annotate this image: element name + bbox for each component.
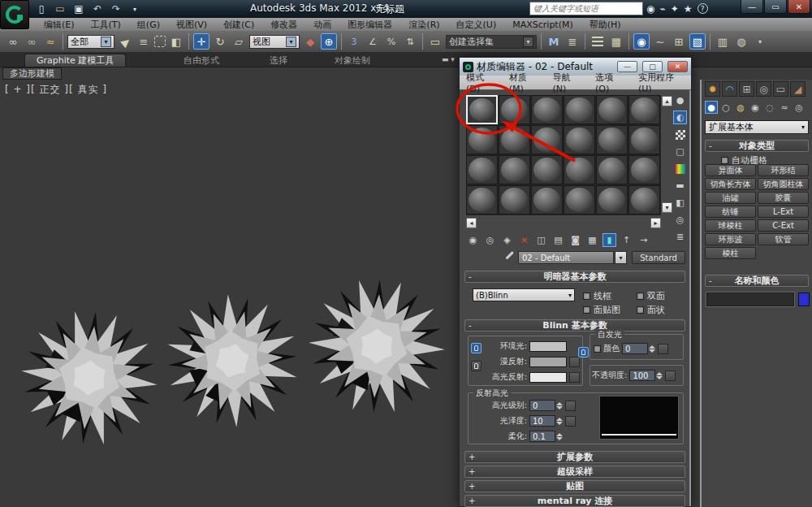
lock-color-maps-icon[interactable] bbox=[578, 347, 589, 358]
ambient-color-swatch[interactable] bbox=[529, 341, 567, 352]
select-and-rotate-icon[interactable]: ↻ bbox=[212, 33, 228, 50]
unlink-selection-icon[interactable]: ∞ bbox=[24, 33, 40, 50]
render-production-icon[interactable]: ◍ bbox=[733, 33, 749, 50]
material-sample-slot[interactable] bbox=[466, 155, 498, 184]
menu-animation[interactable]: 动画 bbox=[305, 19, 339, 31]
ribbon-subtab-polygon-modeling[interactable]: 多边形建模 bbox=[2, 67, 62, 80]
specular-level-map-button[interactable] bbox=[565, 401, 576, 411]
object-name-field[interactable] bbox=[706, 292, 794, 306]
diffuse-map-button[interactable] bbox=[569, 357, 580, 367]
maximize-button[interactable]: ▭ bbox=[764, 0, 787, 14]
render-setup-icon[interactable]: ▧ bbox=[689, 33, 706, 50]
object-type-rollout[interactable]: - 对象类型 bbox=[705, 140, 809, 152]
blinn-basic-params-rollout[interactable]: - Blinn 基本参数 bbox=[464, 319, 685, 332]
ribbon-more-icon[interactable]: ▬ ▾ bbox=[442, 55, 455, 63]
mat-menu-utilities[interactable]: 实用程序(U) bbox=[632, 72, 691, 94]
make-preview-icon[interactable]: ▬ bbox=[673, 179, 687, 193]
category-helpers-icon[interactable]: ◌ bbox=[763, 101, 776, 114]
tab-display-icon[interactable]: ▭ bbox=[773, 81, 788, 97]
material-sample-slot[interactable] bbox=[499, 155, 530, 184]
material-sample-slot[interactable] bbox=[564, 95, 595, 124]
ribbon-tab-object-paint[interactable]: 对象绘制 bbox=[323, 54, 382, 67]
viewport-label[interactable]: [ + ][ 正交 ][ 真实 ] bbox=[5, 83, 107, 97]
background-icon[interactable] bbox=[673, 128, 687, 141]
video-color-check-icon[interactable] bbox=[673, 162, 687, 176]
mirror-icon[interactable]: M bbox=[546, 33, 562, 50]
button-spindle[interactable]: 纺锤 bbox=[705, 206, 756, 218]
menu-graph-editors[interactable]: 图形编辑器 bbox=[339, 19, 400, 31]
mat-menu-modes[interactable]: 模式(D) bbox=[460, 72, 503, 94]
button-c-ext[interactable]: C-Ext bbox=[758, 219, 809, 232]
material-name-dropdown-arrow-icon[interactable]: ▾ bbox=[615, 251, 627, 264]
material-sample-slot[interactable] bbox=[564, 185, 595, 214]
go-to-parent-icon[interactable]: ↑ bbox=[620, 233, 633, 247]
minimize-button[interactable]: — bbox=[741, 0, 763, 14]
glossiness-map-button[interactable] bbox=[565, 416, 576, 427]
autogrid-checkbox[interactable] bbox=[721, 157, 728, 164]
selfillum-color-checkbox[interactable] bbox=[594, 345, 601, 353]
button-hose[interactable]: 软管 bbox=[758, 233, 809, 245]
open-file-icon[interactable]: ▭ bbox=[53, 2, 67, 16]
put-material-to-scene-icon[interactable]: ◎ bbox=[483, 233, 497, 247]
sample-type-icon[interactable]: ● bbox=[673, 93, 687, 107]
select-by-material-icon[interactable]: ◎ bbox=[673, 213, 687, 227]
mat-menu-options[interactable]: 选项(O) bbox=[589, 72, 632, 94]
select-object-icon[interactable]: ▶ bbox=[114, 30, 136, 53]
faceted-checkbox[interactable] bbox=[637, 306, 644, 314]
diffuse-color-swatch[interactable] bbox=[529, 357, 567, 367]
supersampling-rollout[interactable]: +超级采样 bbox=[464, 466, 685, 478]
subscription-wrench-icon[interactable]: ⌁ bbox=[659, 3, 665, 15]
button-gengon[interactable]: 球棱柱 bbox=[705, 219, 756, 232]
selfillum-map-button[interactable] bbox=[658, 344, 668, 354]
select-and-manipulate-icon[interactable]: ⊕ bbox=[321, 33, 337, 50]
soften-spinner[interactable]: 0.1 bbox=[529, 431, 563, 442]
selection-filter-dropdown[interactable]: 全部▾ bbox=[67, 35, 114, 49]
material-editor-icon[interactable]: ◉ bbox=[633, 33, 650, 50]
tab-hierarchy-icon[interactable]: ⊞ bbox=[739, 81, 754, 97]
favorites-star-icon[interactable]: ★ bbox=[684, 3, 693, 15]
menu-modifiers[interactable]: 修改器 bbox=[262, 19, 305, 31]
category-space-warps-icon[interactable]: ≈ bbox=[778, 101, 791, 114]
material-sample-slot[interactable] bbox=[596, 95, 628, 124]
mental-ray-rollout[interactable]: +mental ray 连接 bbox=[464, 495, 685, 507]
shader-type-dropdown[interactable]: (B)Blinn▾ bbox=[473, 288, 575, 301]
align-icon[interactable]: ≣ bbox=[564, 33, 581, 50]
category-shapes-icon[interactable]: ○ bbox=[719, 101, 732, 114]
glossiness-spinner[interactable]: 10 bbox=[529, 415, 563, 427]
material-sample-slot[interactable] bbox=[499, 95, 530, 124]
material-sample-slot[interactable] bbox=[596, 155, 628, 184]
palette-scroll-right-icon[interactable]: ▸ bbox=[650, 218, 661, 228]
options-icon[interactable]: ◧ bbox=[673, 196, 687, 210]
mat-menu-material[interactable]: 材质(M) bbox=[503, 72, 546, 94]
specular-level-spinner[interactable]: 0 bbox=[529, 400, 563, 411]
select-and-scale-icon[interactable]: ▱ bbox=[231, 33, 247, 50]
get-material-icon[interactable]: ◉ bbox=[466, 233, 480, 247]
graphite-ribbon-toggle-icon[interactable]: ▦ bbox=[608, 33, 624, 50]
reference-coordinate-dropdown[interactable]: 视图▾ bbox=[249, 35, 300, 49]
schematic-view-icon[interactable]: ⊞ bbox=[671, 33, 687, 50]
material-sample-slot[interactable] bbox=[628, 155, 660, 184]
material-sample-slot[interactable] bbox=[531, 185, 563, 214]
menu-create[interactable]: 创建(C) bbox=[215, 19, 262, 31]
name-color-rollout[interactable]: - 名称和颜色 bbox=[705, 275, 809, 287]
material-sample-slot-selected[interactable] bbox=[466, 95, 498, 124]
button-capsule[interactable]: 胶囊 bbox=[758, 192, 809, 204]
menu-help[interactable]: 帮助(H) bbox=[581, 19, 629, 31]
material-sample-slot[interactable] bbox=[564, 155, 595, 184]
qat-dropdown-icon[interactable]: ▾ bbox=[127, 2, 142, 16]
material-name-dropdown[interactable]: 02 - Default bbox=[518, 251, 614, 264]
show-end-result-icon[interactable]: ▮ bbox=[603, 233, 616, 247]
material-sample-slot[interactable] bbox=[499, 185, 530, 214]
button-chamfercyl[interactable]: 切角圆柱体 bbox=[758, 178, 809, 190]
button-hedra[interactable]: 异面体 bbox=[705, 164, 756, 176]
button-torus-knot[interactable]: 环形结 bbox=[758, 164, 809, 176]
menu-group[interactable]: 组(G) bbox=[129, 19, 168, 31]
category-cameras-icon[interactable]: ◉ bbox=[749, 101, 762, 114]
assign-material-to-selection-icon[interactable]: ◈ bbox=[500, 233, 514, 247]
category-lights-icon[interactable]: ◍ bbox=[734, 101, 747, 114]
named-selection-set-field[interactable]: 创建选择集▾ bbox=[446, 35, 537, 49]
percent-snap-icon[interactable]: % bbox=[383, 33, 400, 50]
rectangular-selection-region-icon[interactable] bbox=[154, 36, 166, 47]
put-to-library-icon[interactable]: ▤ bbox=[551, 233, 565, 247]
button-prism[interactable]: 棱柱 bbox=[705, 247, 756, 259]
